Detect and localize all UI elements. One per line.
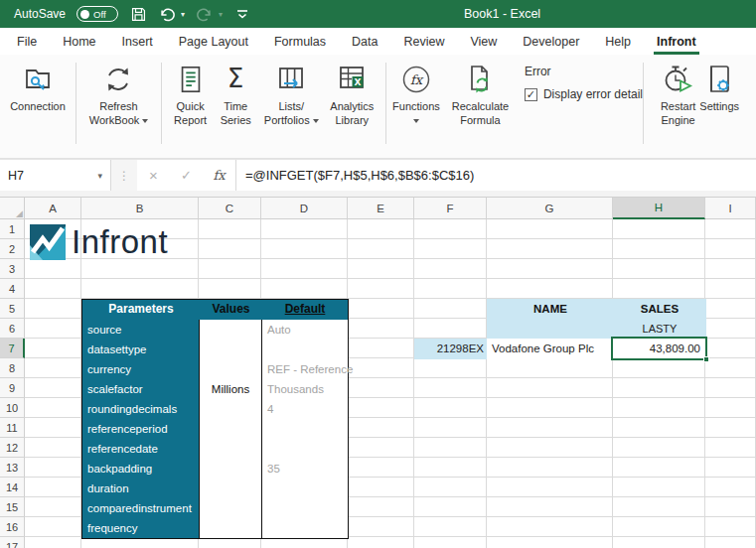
undo-caret-icon[interactable]: ▾ [181, 10, 185, 19]
cell-E13[interactable] [348, 458, 414, 478]
row-header-4[interactable]: 4 [0, 279, 25, 299]
cell-G14[interactable] [487, 478, 613, 497]
row-header-11[interactable]: 11 [0, 418, 25, 438]
customize-quick-access-icon[interactable] [233, 5, 251, 23]
select-all-corner[interactable]: ◢ [0, 198, 25, 219]
param-default-cell[interactable] [262, 419, 347, 439]
restart-engine-button[interactable]: RestartEngine [661, 55, 695, 127]
cell-E4[interactable] [348, 279, 414, 299]
recalculate-formula-button[interactable]: RecalculateFormula [446, 55, 515, 127]
cell-E1[interactable] [348, 219, 414, 239]
param-name-cell[interactable]: referencedate [82, 439, 200, 459]
analytics-library-button[interactable]: X AnalyticsLibrary [330, 55, 374, 127]
param-name-cell[interactable]: currency [82, 359, 200, 379]
cell-A14[interactable] [25, 478, 81, 497]
quick-report-button[interactable]: QuickReport [174, 55, 208, 127]
cell-F1[interactable] [414, 219, 487, 239]
insert-function-icon[interactable]: fx [203, 160, 235, 191]
cell-F10[interactable] [414, 398, 487, 418]
cell-G3[interactable] [487, 259, 613, 279]
row-header-15[interactable]: 15 [0, 497, 25, 517]
cell-G7-company-name[interactable]: Vodafone Group Plc [487, 339, 614, 359]
cell-H4[interactable] [613, 279, 705, 299]
param-name-cell[interactable]: roundingdecimals [82, 399, 200, 419]
param-name-cell[interactable]: scalefactor [82, 379, 200, 399]
cell-H13[interactable] [613, 458, 705, 478]
column-header-H[interactable]: H [613, 198, 705, 219]
cell-G5-name-header[interactable]: NAME [487, 299, 614, 320]
cell-I15[interactable] [705, 497, 756, 517]
tab-insert[interactable]: Insert [109, 28, 166, 55]
cell-I14[interactable] [705, 478, 756, 497]
cell-I9[interactable] [705, 378, 756, 398]
cell-H15[interactable] [613, 497, 705, 517]
cell-F5[interactable] [414, 299, 487, 319]
name-box[interactable]: H7 ▾ [0, 160, 111, 191]
cell-A12[interactable] [25, 438, 81, 458]
functions-button[interactable]: fx Functions [386, 55, 446, 127]
lists-portfolios-button[interactable]: Lists/Portfolios [264, 55, 319, 127]
param-default-cell[interactable] [262, 518, 347, 538]
param-value-cell[interactable] [200, 518, 262, 538]
formula-input[interactable]: =@INFGET($F7,H$5,H$6,$B$6:$C$16) [235, 160, 756, 191]
param-value-cell[interactable] [200, 479, 262, 498]
cell-F15[interactable] [414, 497, 487, 517]
cell-G9[interactable] [487, 378, 613, 398]
cell-A16[interactable] [25, 517, 81, 537]
row-header-6[interactable]: 6 [0, 319, 25, 339]
param-name-cell[interactable]: comparedinstrument [82, 498, 200, 518]
param-value-cell[interactable] [200, 340, 262, 359]
cell-I10[interactable] [705, 398, 756, 418]
cell-G8[interactable] [487, 358, 613, 378]
cell-I11[interactable] [705, 418, 756, 438]
undo-icon[interactable] [158, 5, 176, 23]
cell-A8[interactable] [25, 358, 81, 378]
param-value-cell[interactable] [200, 320, 262, 340]
cell-C1[interactable] [199, 219, 261, 239]
cell-E7[interactable] [348, 339, 414, 358]
checkbox-checked-icon[interactable]: ✓ [525, 88, 537, 101]
cell-A10[interactable] [25, 398, 81, 418]
cell-G4[interactable] [487, 279, 613, 299]
cell-A11[interactable] [25, 418, 81, 438]
tab-home[interactable]: Home [50, 28, 108, 55]
cell-I13[interactable] [705, 458, 756, 478]
cell-A5[interactable] [25, 299, 81, 319]
cell-D2[interactable] [261, 239, 348, 259]
column-header-A[interactable]: A [25, 198, 81, 219]
cell-B3[interactable] [81, 259, 199, 279]
cell-H16[interactable] [613, 517, 705, 537]
row-header-8[interactable]: 8 [0, 358, 25, 378]
cell-E9[interactable] [348, 378, 414, 398]
param-value-cell[interactable] [200, 498, 262, 518]
tab-infront[interactable]: Infront [644, 28, 709, 55]
param-default-cell[interactable] [262, 340, 347, 359]
name-box-caret-icon[interactable]: ▾ [97, 171, 102, 181]
cell-I16[interactable] [705, 517, 756, 537]
cell-A4[interactable] [25, 279, 81, 299]
column-header-E[interactable]: E [348, 198, 414, 219]
cell-I1[interactable] [705, 219, 756, 239]
row-header-3[interactable]: 3 [0, 259, 25, 279]
cell-A17[interactable] [25, 537, 81, 548]
cell-H12[interactable] [613, 438, 705, 458]
cell-A6[interactable] [25, 319, 81, 339]
refresh-workbook-button[interactable]: RefreshWorkBook [89, 55, 149, 127]
param-name-cell[interactable]: backpadding [82, 459, 200, 479]
row-header-5[interactable]: 5 [0, 299, 25, 319]
cell-B4[interactable] [81, 279, 199, 299]
param-value-cell[interactable]: Millions [200, 379, 262, 399]
param-default-cell[interactable] [262, 439, 347, 459]
cell-D4[interactable] [261, 279, 348, 299]
cell-I7[interactable] [705, 339, 756, 358]
cell-H2[interactable] [613, 239, 705, 259]
connection-button[interactable]: Connection [10, 55, 66, 113]
row-header-14[interactable]: 14 [0, 478, 25, 497]
cell-F13[interactable] [414, 458, 487, 478]
param-default-cell[interactable]: Thousands [262, 379, 347, 399]
cell-F12[interactable] [414, 438, 487, 458]
cell-E6[interactable] [348, 319, 414, 339]
cell-H9[interactable] [613, 378, 705, 398]
tab-help[interactable]: Help [592, 28, 644, 55]
cell-C4[interactable] [199, 279, 261, 299]
